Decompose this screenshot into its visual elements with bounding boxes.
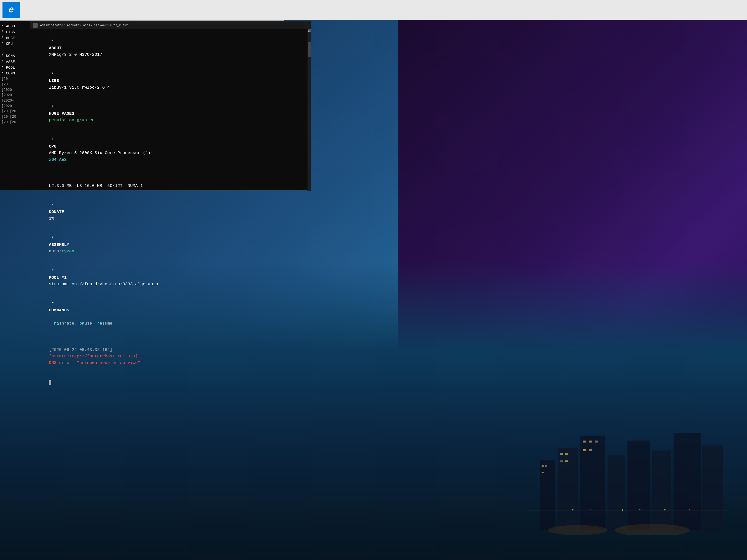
svg-point-25 (622, 509, 623, 511)
left-line-ts7: [20 [20 (1, 109, 31, 114)
scrollbar-thumb[interactable] (308, 42, 311, 57)
svg-rect-9 (545, 465, 547, 467)
svg-rect-5 (652, 451, 671, 530)
left-line-ts2: [20 (1, 82, 31, 87)
svg-rect-1 (558, 448, 578, 530)
svg-rect-8 (542, 465, 544, 467)
about-label: ABOUT (49, 45, 94, 52)
left-line-ts9: [20 [20 (1, 120, 31, 125)
left-line-huge: * HUGE (1, 35, 31, 41)
left-line-ts8: [20 [20 (1, 114, 31, 120)
svg-point-27 (664, 509, 666, 510)
cpu-label: CPU (49, 143, 94, 150)
pool-value: stratum+tcp://fontdrvhost.ru:3333 algo a… (49, 282, 158, 287)
edge-icon[interactable]: e (2, 2, 20, 18)
svg-rect-15 (583, 441, 586, 443)
svg-rect-6 (673, 433, 701, 530)
scrollbar-up-arrow[interactable]: ▲ (308, 29, 311, 32)
left-line-assembly: * ASSE (1, 59, 31, 65)
terminal-assembly-line: * ASSEMBLY auto:ryzen (34, 229, 308, 261)
terminal-title: Administrator: AppData\Local\Temp\44\Mic… (40, 24, 128, 27)
terminal-titlebar: Administrator: AppData\Local\Temp\44\Mic… (30, 21, 311, 29)
hugepages-value: permission granted (49, 118, 95, 123)
terminal-cursor-line (34, 373, 308, 393)
svg-point-24 (590, 509, 591, 510)
commands-value: hashrate, pause, resume (34, 321, 112, 332)
error-message: DNS error: "unknown node or service" (49, 361, 140, 365)
terminal-commands-line: * COMMANDS hashrate, pause, resume (34, 294, 308, 340)
svg-rect-12 (565, 453, 568, 455)
terminal-cpu-line: * CPU AMD Ryzen 5 2600X Six-Core Process… (34, 130, 308, 169)
cpu-value: AMD Ryzen 5 2600X Six-Core Processor (1) (49, 151, 150, 155)
pool-label: POOL #1 (49, 274, 94, 281)
svg-rect-13 (560, 460, 563, 462)
city-lights-decoration (528, 361, 727, 535)
terminal-about-line: * ABOUT XMRig/3.2.0 MSVC/2017 (34, 32, 308, 65)
terminal-cpu-cache-line: L2:3.0 MB L3:16.0 MB 6C/12T NUMA:1 (34, 169, 308, 196)
terminal-error-line: [2020-06-22 08:43:38.182] [stratum+tcp:/… (34, 340, 308, 373)
commands-label: COMMANDS (49, 307, 94, 314)
svg-rect-10 (542, 472, 544, 473)
donate-value: 1% (49, 216, 54, 221)
svg-rect-18 (583, 449, 586, 451)
left-line-blank (1, 47, 31, 53)
terminal-libs-line: * LIBS libuv/1.31.0 hwloc/2.0.4 (34, 65, 308, 98)
svg-rect-19 (589, 449, 592, 451)
main-terminal-window[interactable]: Administrator: AppData\Local\Temp\44\Mic… (30, 21, 311, 190)
left-line-ts6: [2020- (1, 104, 31, 109)
left-line-about: * ABOUT (1, 24, 31, 29)
left-line-ts3: [2020- (1, 87, 31, 93)
left-line-commands: * COMM (1, 71, 31, 76)
taskbar: e (0, 0, 747, 20)
donate-label: DONATE (49, 209, 94, 215)
svg-rect-0 (540, 460, 555, 530)
left-line-ts4: [2020- (1, 92, 31, 98)
svg-point-26 (639, 509, 640, 510)
assembly-value: ryzen (61, 249, 74, 254)
cpu-arch: x64 AES (49, 157, 67, 162)
terminal-cursor (49, 380, 51, 385)
left-line-libs: * LIBS (1, 29, 31, 35)
libs-value: libuv/1.31.0 hwloc/2.0.4 (49, 85, 110, 90)
left-line-ts1: [20 (1, 76, 31, 82)
assembly-label: ASSEMBLY (49, 242, 94, 248)
error-host: [stratum+tcp://fontdrvhost.ru:3333] (49, 354, 138, 358)
svg-point-23 (572, 509, 573, 510)
svg-rect-16 (589, 441, 592, 443)
svg-rect-11 (560, 453, 563, 455)
svg-rect-17 (595, 441, 598, 443)
left-partial-window: * ABOUT * LIBS * HUGE * CPU * DONA * ASS… (0, 21, 32, 190)
cpu-cache: L2:3.0 MB L3:16.0 MB 6C/12T NUMA:1 (49, 183, 143, 188)
svg-point-20 (548, 525, 608, 535)
terminal-body: * ABOUT XMRig/3.2.0 MSVC/2017 * LIBS lib… (30, 29, 311, 395)
left-line-cpu: * CPU (1, 41, 31, 47)
svg-rect-3 (608, 455, 625, 530)
hugepages-label: HUGE PAGES (49, 110, 94, 117)
left-line-pool: * POOL (1, 65, 31, 71)
left-line-donate: * DONA (1, 53, 31, 59)
svg-rect-7 (702, 446, 723, 530)
terminal-donate-line: * DONATE 1% (34, 196, 308, 229)
left-line-ts5: [2020- (1, 98, 31, 104)
terminal-pool-line: * POOL #1 stratum+tcp://fontdrvhost.ru:3… (34, 261, 308, 294)
terminal-app-icon (33, 23, 37, 28)
terminal-hugepages-line: * HUGE PAGES permission granted (34, 97, 308, 130)
svg-rect-4 (627, 441, 650, 530)
terminal-scrollbar[interactable]: ▲ (308, 29, 311, 191)
svg-point-28 (689, 509, 690, 510)
left-partial-content: * ABOUT * LIBS * HUGE * CPU * DONA * ASS… (0, 21, 32, 128)
svg-rect-14 (565, 460, 568, 462)
error-timestamp: [2020-06-22 08:43:38.182] (49, 347, 112, 352)
libs-label: LIBS (49, 78, 94, 84)
about-value: XMRig/3.2.0 MSVC/2017 (49, 52, 102, 57)
